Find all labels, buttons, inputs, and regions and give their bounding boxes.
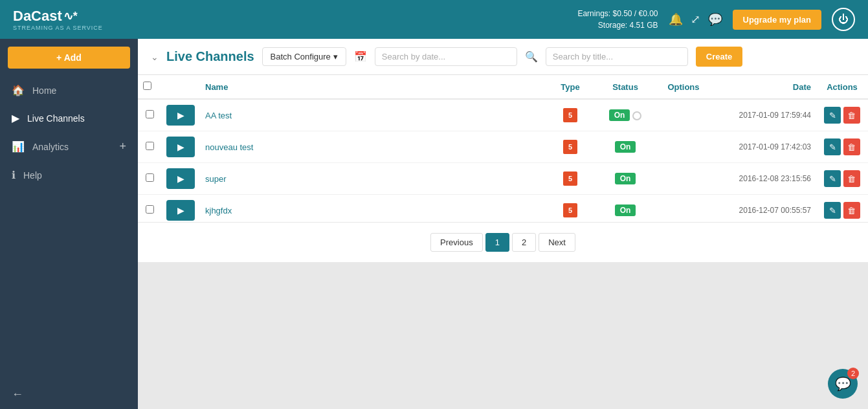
row-thumbnail: ▶ bbox=[161, 99, 200, 131]
row-options bbox=[654, 99, 713, 131]
row-name: nouveau test bbox=[200, 131, 544, 163]
chat-badge: 2 bbox=[847, 368, 859, 379]
gray-area bbox=[138, 262, 868, 409]
create-button[interactable]: Create bbox=[696, 47, 742, 67]
next-button[interactable]: Next bbox=[539, 233, 575, 252]
sidebar-item-home[interactable]: 🏠 Home bbox=[0, 76, 138, 104]
row-date: 2016-12-08 23:15:56 bbox=[713, 163, 816, 195]
upgrade-button[interactable]: Upgrade my plan bbox=[733, 10, 821, 30]
date-search-field[interactable]: Search by date... bbox=[375, 47, 517, 66]
content-area: ⌄ Live Channels Batch Configure ▾ 📅 Sear… bbox=[138, 39, 868, 409]
power-button[interactable]: ⏻ bbox=[832, 8, 855, 31]
collapse-arrow-icon[interactable]: ⌄ bbox=[151, 52, 159, 62]
notification-icon[interactable]: 🔔 bbox=[669, 12, 683, 27]
date-placeholder: Search by date... bbox=[382, 52, 445, 61]
row-check[interactable] bbox=[138, 131, 161, 163]
previous-button[interactable]: Previous bbox=[430, 233, 483, 252]
row-name: kjhgfdx bbox=[200, 195, 544, 223]
row-options bbox=[654, 131, 713, 163]
row-status: On bbox=[596, 131, 654, 163]
status-badge: On bbox=[615, 204, 636, 216]
delete-button[interactable]: 🗑 bbox=[843, 107, 860, 124]
sidebar-item-live-channels[interactable]: ▶ Live Channels bbox=[0, 104, 138, 132]
col-header-type: Type bbox=[544, 75, 596, 99]
fullscreen-icon[interactable]: ⤢ bbox=[691, 12, 700, 27]
row-actions: ✎ 🗑 bbox=[816, 195, 868, 223]
analytics-add-icon[interactable]: + bbox=[119, 140, 126, 153]
row-type: 5 bbox=[544, 163, 596, 195]
row-actions: ✎ 🗑 bbox=[816, 131, 868, 163]
table-row: ▶ AA test 5 On 2017-01-09 17:59:44 ✎ 🗑 bbox=[138, 99, 868, 131]
page-2-button[interactable]: 2 bbox=[512, 233, 536, 252]
row-options bbox=[654, 195, 713, 223]
sidebar-item-help[interactable]: ℹ Help bbox=[0, 161, 138, 189]
row-date: 2017-01-09 17:42:03 bbox=[713, 131, 816, 163]
chat-icon: 💬 bbox=[835, 376, 851, 392]
row-thumbnail: ▶ bbox=[161, 131, 200, 163]
calendar-icon[interactable]: 📅 bbox=[354, 50, 367, 63]
add-button[interactable]: + Add bbox=[8, 47, 130, 69]
channels-table: Name Type Status Options Date Actions ▶ … bbox=[138, 75, 868, 222]
delete-button[interactable]: 🗑 bbox=[843, 170, 860, 187]
sidebar-label-home: Home bbox=[32, 85, 56, 96]
title-placeholder: Search by title... bbox=[553, 52, 613, 61]
play-button[interactable]: ▶ bbox=[166, 137, 195, 157]
row-status: On bbox=[596, 99, 654, 131]
batch-configure-button[interactable]: Batch Configure ▾ bbox=[262, 47, 346, 66]
row-actions: ✎ 🗑 bbox=[816, 99, 868, 131]
title-search-field[interactable]: Search by title... bbox=[546, 47, 688, 66]
sidebar-item-analytics[interactable]: 📊 Analytics + bbox=[0, 132, 138, 161]
play-button[interactable]: ▶ bbox=[166, 200, 195, 221]
pagination: Previous 1 2 Next bbox=[138, 222, 868, 262]
logo: DaCast ∿* bbox=[13, 8, 103, 25]
play-icon: ▶ bbox=[177, 205, 184, 216]
row-checkbox[interactable] bbox=[146, 173, 154, 182]
row-date: 2016-12-07 00:55:57 bbox=[713, 195, 816, 223]
sidebar: + Add 🏠 Home ▶ Live Channels 📊 Analytics… bbox=[0, 39, 138, 409]
collapse-sidebar-icon[interactable]: ← bbox=[12, 388, 23, 401]
play-icon: ▶ bbox=[177, 110, 184, 120]
chat-header-icon[interactable]: 💬 bbox=[708, 12, 722, 27]
logo-subtitle: STREAMING AS A SERVICE bbox=[13, 25, 103, 31]
search-icon[interactable]: 🔍 bbox=[525, 50, 538, 63]
main-layout: + Add 🏠 Home ▶ Live Channels 📊 Analytics… bbox=[0, 39, 868, 409]
logo-area: DaCast ∿* STREAMING AS A SERVICE bbox=[13, 8, 103, 31]
row-type: 5 bbox=[544, 99, 596, 131]
col-header-thumb bbox=[161, 75, 200, 99]
batch-configure-label: Batch Configure bbox=[271, 52, 331, 61]
status-badge: On bbox=[615, 141, 636, 153]
col-header-actions: Actions bbox=[816, 75, 868, 99]
row-check[interactable] bbox=[138, 163, 161, 195]
edit-button[interactable]: ✎ bbox=[824, 202, 841, 219]
select-all-checkbox[interactable] bbox=[143, 82, 151, 90]
play-icon: ▶ bbox=[177, 142, 184, 152]
delete-button[interactable]: 🗑 bbox=[843, 138, 860, 155]
page-1-button[interactable]: 1 bbox=[485, 233, 509, 252]
analytics-icon: 📊 bbox=[12, 140, 25, 153]
edit-button[interactable]: ✎ bbox=[824, 138, 841, 155]
chat-bubble[interactable]: 💬 2 bbox=[828, 369, 858, 399]
sidebar-bottom: ← bbox=[0, 380, 138, 409]
row-check[interactable] bbox=[138, 99, 161, 131]
row-check[interactable] bbox=[138, 195, 161, 223]
delete-button[interactable]: 🗑 bbox=[843, 202, 860, 219]
sidebar-label-live-channels: Live Channels bbox=[27, 113, 85, 124]
html5-icon: 5 bbox=[563, 203, 577, 217]
status-badge: On bbox=[615, 173, 636, 184]
col-header-check bbox=[138, 75, 161, 99]
edit-button[interactable]: ✎ bbox=[824, 170, 841, 187]
row-type: 5 bbox=[544, 131, 596, 163]
home-icon: 🏠 bbox=[12, 84, 25, 96]
play-button[interactable]: ▶ bbox=[166, 105, 195, 126]
row-checkbox[interactable] bbox=[146, 110, 154, 118]
col-header-name: Name bbox=[200, 75, 544, 99]
table-header-row: Name Type Status Options Date Actions bbox=[138, 75, 868, 99]
row-thumbnail: ▶ bbox=[161, 163, 200, 195]
table-row: ▶ kjhgfdx 5 On 2016-12-07 00:55:57 ✎ 🗑 bbox=[138, 195, 868, 223]
play-button[interactable]: ▶ bbox=[166, 168, 195, 189]
html5-icon: 5 bbox=[563, 108, 577, 122]
row-checkbox[interactable] bbox=[146, 142, 154, 150]
edit-button[interactable]: ✎ bbox=[824, 107, 841, 124]
row-checkbox[interactable] bbox=[146, 205, 154, 214]
table-row: ▶ super 5 On 2016-12-08 23:15:56 ✎ 🗑 bbox=[138, 163, 868, 195]
